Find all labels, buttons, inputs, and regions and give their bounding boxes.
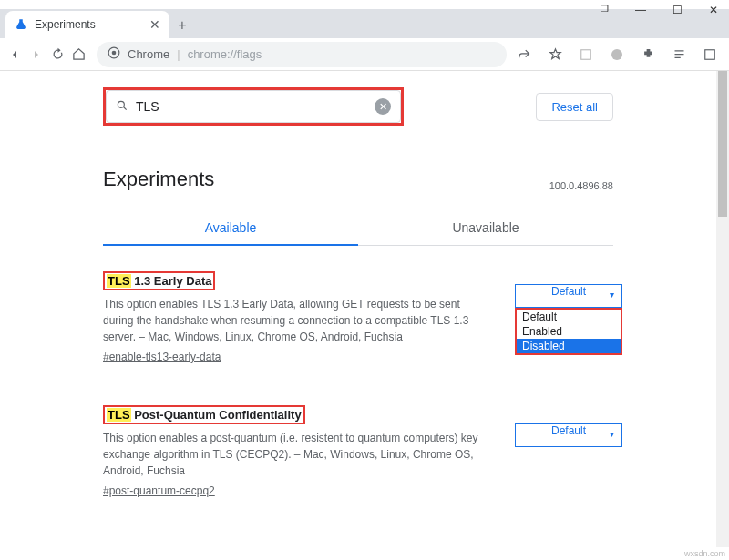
url-text: chrome://flags: [188, 47, 262, 61]
chrome-icon: [108, 46, 120, 62]
extensions-icon[interactable]: [638, 45, 658, 65]
flag-description: This option enables TLS 1.3 Early Data, …: [103, 296, 486, 345]
reading-list-icon[interactable]: [669, 45, 689, 65]
vertical-scrollbar[interactable]: [716, 71, 729, 547]
tab-close-icon[interactable]: ✕: [149, 17, 160, 32]
version-text: 100.0.4896.88: [549, 180, 613, 191]
reload-button[interactable]: [51, 45, 65, 65]
search-input[interactable]: TLS: [136, 99, 367, 114]
share-icon[interactable]: [514, 45, 534, 65]
search-match: TLS: [107, 274, 131, 288]
search-box[interactable]: TLS ✕: [106, 90, 401, 123]
flask-icon: [15, 18, 27, 31]
flag-select-value: Default: [551, 285, 586, 298]
chevron-down-icon: ▾: [610, 429, 614, 439]
flag-anchor-link[interactable]: #enable-tls13-early-data: [103, 351, 221, 363]
account-icon[interactable]: [607, 45, 627, 65]
page-title: Experiments: [103, 168, 214, 191]
forward-button[interactable]: [29, 45, 44, 65]
search-icon: [116, 99, 128, 115]
flag-item: TLS 1.3 Early Data This option enables T…: [103, 271, 613, 363]
toolbar-actions: [514, 45, 729, 65]
flag-description: This option enables a post-quantum (i.e.…: [103, 430, 486, 479]
win-close-icon[interactable]: ✕: [703, 4, 724, 16]
back-button[interactable]: [7, 45, 22, 65]
omnibox-divider: |: [177, 47, 180, 61]
dropdown-option-default[interactable]: Default: [517, 310, 621, 324]
flag-anchor-link[interactable]: #post-quantum-cecpq2: [103, 484, 215, 497]
search-match: TLS: [107, 408, 131, 422]
tab-title: Experiments: [35, 18, 96, 31]
win-restore-icon[interactable]: ❐: [594, 4, 614, 16]
page-content: TLS ✕ Reset all Experiments 100.0.4896.8…: [0, 71, 716, 547]
dropdown-option-disabled[interactable]: Disabled: [517, 339, 621, 353]
browser-tab[interactable]: Experiments ✕: [5, 11, 169, 38]
apps-icon[interactable]: [700, 45, 720, 65]
flag-title-highlight: TLS Post-Quantum Confidentiality: [103, 405, 305, 424]
site-label: Chrome: [128, 47, 169, 61]
new-tab-button[interactable]: +: [169, 13, 195, 38]
scrollbar-thumb[interactable]: [718, 71, 727, 217]
reset-all-button[interactable]: Reset all: [536, 93, 613, 121]
home-button[interactable]: [72, 45, 86, 65]
chevron-down-icon: ▾: [610, 290, 614, 300]
dropdown-option-enabled[interactable]: Enabled: [517, 324, 621, 339]
win-minimize-icon[interactable]: —: [631, 4, 651, 16]
bookmark-icon[interactable]: [545, 45, 565, 65]
window-controls: ❐ — ☐ ✕: [594, 4, 724, 16]
flag-dropdown: Default Enabled Disabled: [515, 308, 622, 355]
flag-title: TLS 1.3 Early Data: [107, 274, 211, 288]
flag-select[interactable]: Default ▾: [515, 284, 622, 308]
svg-point-1: [112, 51, 117, 56]
win-maximize-icon[interactable]: ☐: [667, 4, 687, 16]
search-highlight: TLS ✕: [103, 87, 404, 126]
svg-rect-2: [581, 49, 591, 59]
flag-select[interactable]: Default ▾: [515, 423, 622, 447]
watermark: wxsdn.com: [684, 549, 725, 558]
flag-item: TLS Post-Quantum Confidentiality This op…: [103, 405, 613, 497]
svg-rect-4: [705, 49, 715, 59]
tab-available[interactable]: Available: [103, 211, 358, 246]
flag-tabs: Available Unavailable: [103, 211, 613, 246]
flag-title-highlight: TLS 1.3 Early Data: [103, 271, 215, 290]
panel-icon[interactable]: [576, 45, 596, 65]
flag-title-text: 1.3 Early Data: [131, 274, 212, 288]
svg-point-3: [611, 49, 622, 60]
clear-search-icon[interactable]: ✕: [375, 98, 391, 115]
browser-toolbar: Chrome | chrome://flags: [0, 38, 729, 71]
svg-point-8: [118, 101, 124, 107]
flag-title-text: Post-Quantum Confidentiality: [131, 408, 302, 422]
flag-select-value: Default: [551, 424, 586, 437]
address-bar[interactable]: Chrome | chrome://flags: [97, 42, 507, 67]
tab-unavailable[interactable]: Unavailable: [358, 211, 613, 245]
flag-title: TLS Post-Quantum Confidentiality: [107, 408, 302, 422]
